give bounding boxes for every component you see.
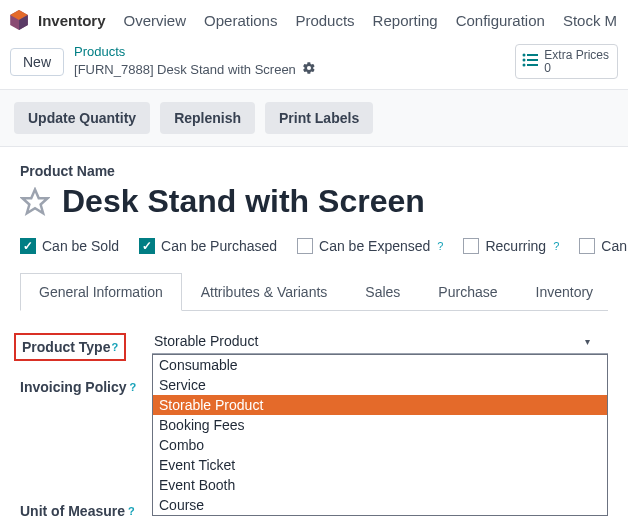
checkbox-row: ✓ Can be Sold ✓ Can be Purchased Can be … <box>20 238 608 254</box>
svg-point-7 <box>523 64 526 67</box>
option-consumable[interactable]: Consumable <box>153 355 607 375</box>
replenish-button[interactable]: Replenish <box>160 102 255 134</box>
list-icon <box>522 53 538 70</box>
product-type-label-cell: Product Type ? <box>20 329 152 361</box>
option-booking-fees[interactable]: Booking Fees <box>153 415 607 435</box>
option-service[interactable]: Service <box>153 375 607 395</box>
breadcrumb: Products [FURN_7888] Desk Stand with Scr… <box>74 44 316 79</box>
update-quantity-button[interactable]: Update Quantity <box>14 102 150 134</box>
brand-title: Inventory <box>38 12 106 29</box>
uom-label-cell: Unit of Measure ? <box>20 499 152 519</box>
can-be-expensed-checkbox[interactable]: Can be Expensed ? <box>297 238 443 254</box>
help-icon[interactable]: ? <box>128 505 135 517</box>
topmenu-reporting[interactable]: Reporting <box>373 12 438 29</box>
breadcrumb-current: [FURN_7888] Desk Stand with Screen <box>74 61 316 79</box>
option-combo[interactable]: Combo <box>153 435 607 455</box>
product-type-value: Storable Product <box>154 333 258 349</box>
product-type-display[interactable]: Storable Product ▾ <box>152 329 608 354</box>
checkbox-icon: ✓ <box>20 238 36 254</box>
tab-attributes-variants[interactable]: Attributes & Variants <box>182 273 347 311</box>
tab-general-information[interactable]: General Information <box>20 273 182 311</box>
can-be-sold-label: Can be Sold <box>42 238 119 254</box>
print-labels-button[interactable]: Print Labels <box>265 102 373 134</box>
breadcrumb-parent[interactable]: Products <box>74 44 316 60</box>
extra-prices-label: Extra Prices <box>544 49 609 62</box>
option-storable-product[interactable]: Storable Product <box>153 395 607 415</box>
brand-logo-icon <box>8 9 30 31</box>
svg-rect-8 <box>527 64 538 66</box>
extra-prices-button[interactable]: Extra Prices 0 <box>515 44 618 79</box>
option-event-booth[interactable]: Event Booth <box>153 475 607 495</box>
can-be-expensed-label: Can be Expensed <box>319 238 430 254</box>
tab-inventory[interactable]: Inventory <box>517 273 613 311</box>
topmenu-overview[interactable]: Overview <box>124 12 187 29</box>
chevron-down-icon: ▾ <box>585 336 590 347</box>
tab-purchase[interactable]: Purchase <box>419 273 516 311</box>
invoicing-policy-label: Invoicing Policy <box>20 379 127 395</box>
can-be-purchased-checkbox[interactable]: ✓ Can be Purchased <box>139 238 277 254</box>
top-menubar: Inventory Overview Operations Products R… <box>0 0 628 40</box>
checkbox-icon: ✓ <box>139 238 155 254</box>
recurring-label: Recurring <box>485 238 546 254</box>
checkbox-icon <box>297 238 313 254</box>
help-icon[interactable]: ? <box>437 240 443 252</box>
actions-bar: Update Quantity Replenish Print Labels <box>0 89 628 147</box>
uom-label: Unit of Measure <box>20 503 125 519</box>
tab-truncated[interactable]: A <box>612 273 628 311</box>
extra-prices-count: 0 <box>544 62 609 75</box>
product-name-value[interactable]: Desk Stand with Screen <box>62 183 425 220</box>
can-be-truncated-checkbox[interactable]: Can be <box>579 238 628 254</box>
can-be-purchased-label: Can be Purchased <box>161 238 277 254</box>
tab-sales[interactable]: Sales <box>346 273 419 311</box>
product-name-label: Product Name <box>20 163 608 179</box>
can-be-sold-checkbox[interactable]: ✓ Can be Sold <box>20 238 119 254</box>
new-button[interactable]: New <box>10 48 64 76</box>
topmenu-stock[interactable]: Stock M <box>563 12 617 29</box>
product-type-highlight: Product Type ? <box>14 333 126 361</box>
invoicing-policy-label-cell: Invoicing Policy ? <box>20 375 152 395</box>
help-icon[interactable]: ? <box>111 341 118 353</box>
option-event-ticket[interactable]: Event Ticket <box>153 455 607 475</box>
product-form: Product Name Desk Stand with Screen ✓ Ca… <box>0 147 628 519</box>
checkbox-icon <box>579 238 595 254</box>
breadcrumb-current-text: [FURN_7888] Desk Stand with Screen <box>74 62 296 78</box>
svg-marker-9 <box>23 189 48 213</box>
help-icon[interactable]: ? <box>130 381 137 393</box>
svg-rect-4 <box>527 54 538 56</box>
svg-rect-6 <box>527 59 538 61</box>
general-info-fields: Product Type ? Storable Product ▾ Consum… <box>20 329 608 519</box>
product-type-select[interactable]: Storable Product ▾ Consumable Service St… <box>152 329 608 354</box>
help-icon[interactable]: ? <box>553 240 559 252</box>
recurring-checkbox[interactable]: Recurring ? <box>463 238 559 254</box>
svg-point-5 <box>523 59 526 62</box>
brand[interactable]: Inventory <box>8 9 106 31</box>
topmenu-operations[interactable]: Operations <box>204 12 277 29</box>
svg-point-3 <box>523 54 526 57</box>
checkbox-icon <box>463 238 479 254</box>
option-course[interactable]: Course <box>153 495 607 515</box>
favorite-star-icon[interactable] <box>20 187 50 217</box>
topmenu-configuration[interactable]: Configuration <box>456 12 545 29</box>
tab-bar: General Information Attributes & Variant… <box>20 272 608 311</box>
product-type-label: Product Type <box>22 339 110 355</box>
header-row: New Products [FURN_7888] Desk Stand with… <box>0 40 628 89</box>
gear-icon[interactable] <box>302 61 316 79</box>
product-type-dropdown: Consumable Service Storable Product Book… <box>152 354 608 516</box>
topmenu-products[interactable]: Products <box>295 12 354 29</box>
can-be-truncated-label: Can be <box>601 238 628 254</box>
